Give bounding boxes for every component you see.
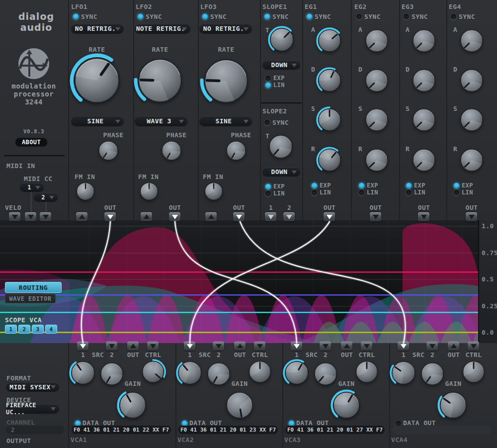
wave-editor-tab[interactable]: WAVE EDITOR — [5, 294, 56, 303]
lfo1-retrig-dropdown[interactable]: NO RETRIG. — [71, 24, 124, 33]
scope-vca-button-1[interactable]: 1 — [5, 325, 17, 334]
lfo3-wave-dropdown[interactable]: SINE — [199, 116, 252, 126]
lfo1-fm-in-jack[interactable] — [76, 212, 87, 221]
eg3-attack-knob[interactable] — [410, 27, 438, 55]
lfo1-phase-knob[interactable] — [96, 139, 120, 163]
scope-vca-button-4[interactable]: 4 — [45, 325, 57, 334]
vca3-in1-jack[interactable] — [291, 342, 302, 351]
slope2-exp-radio[interactable] — [265, 183, 271, 190]
velo-jack[interactable] — [9, 212, 20, 221]
vca2-in1-jack[interactable] — [184, 342, 195, 351]
midi-cc2-dropdown[interactable]: 2 — [34, 193, 58, 201]
midi-cc1-dropdown[interactable]: 1 — [20, 183, 44, 191]
lfo1-sync-radio[interactable] — [73, 13, 79, 20]
eg1-sustain-knob[interactable] — [316, 106, 343, 134]
vca4-ctrl-jack[interactable] — [468, 342, 479, 351]
eg1-decay-knob[interactable] — [316, 67, 343, 94]
lfo3-fm-knob[interactable] — [203, 180, 225, 202]
eg2-release-knob[interactable] — [363, 146, 391, 174]
vca3-gain-knob[interactable] — [330, 389, 363, 422]
slope2-out-jack[interactable] — [283, 212, 295, 221]
routing-tab[interactable]: ROUTING — [5, 282, 62, 293]
vca2-out-jack[interactable] — [234, 342, 246, 351]
about-button[interactable]: ABOUT — [15, 138, 47, 146]
eg1-release-knob[interactable] — [316, 146, 343, 174]
lfo3-fm-in-jack[interactable] — [205, 212, 217, 221]
eg1-out-jack[interactable] — [324, 212, 335, 221]
lfo2-rate-knob[interactable] — [133, 53, 187, 108]
eg3-decay-knob[interactable] — [410, 67, 438, 94]
device-dropdown[interactable]: FIREFACE UC... — [6, 404, 59, 413]
eg4-attack-knob[interactable] — [458, 27, 486, 55]
slope2-time-knob[interactable] — [266, 132, 295, 161]
vca1-in1-jack[interactable] — [77, 342, 88, 351]
lfo1-wave-dropdown[interactable]: SINE — [71, 116, 124, 126]
eg4-lin-radio[interactable] — [453, 189, 460, 196]
eg2-out-jack[interactable] — [370, 212, 381, 221]
eg2-attack-knob[interactable] — [363, 27, 391, 55]
vca4-in1-jack[interactable] — [398, 342, 409, 351]
vca4-gain-knob[interactable] — [437, 389, 470, 422]
lfo2-fm-in-jack[interactable] — [141, 212, 152, 221]
lfo3-rate-knob[interactable] — [199, 54, 253, 108]
eg3-sync-radio[interactable] — [403, 13, 410, 20]
vca4-out-jack[interactable] — [448, 342, 459, 351]
lfo3-phase-knob[interactable] — [224, 139, 248, 163]
slope2-sync-radio[interactable] — [264, 119, 270, 126]
vca2-ctrl-jack[interactable] — [254, 342, 265, 351]
eg4-decay-knob[interactable] — [458, 67, 486, 94]
vca2-gain-knob[interactable] — [223, 389, 256, 422]
eg1-lin-radio[interactable] — [311, 189, 318, 196]
lfo2-phase-knob[interactable] — [160, 139, 183, 163]
eg4-release-knob[interactable] — [458, 146, 486, 174]
eg3-sustain-knob[interactable] — [410, 106, 438, 134]
eg3-lin-radio[interactable] — [406, 189, 412, 196]
lfo2-out-jack[interactable] — [169, 212, 180, 221]
vca3-ctrl-jack[interactable] — [361, 342, 372, 351]
slope1-time-knob[interactable] — [267, 25, 296, 54]
vca1-gain-knob[interactable] — [116, 389, 149, 422]
vca3-out-jack[interactable] — [341, 342, 352, 351]
midi-cc1-jack[interactable] — [25, 212, 36, 221]
vca2-in2-jack[interactable] — [213, 342, 224, 351]
lfo2-retrig-dropdown[interactable]: NOTE RETRIG. — [135, 24, 190, 33]
lfo3-out-jack[interactable] — [233, 212, 245, 221]
slope2-direction-dropdown[interactable]: DOWN — [262, 168, 300, 176]
vca1-ctrl-jack[interactable] — [147, 342, 159, 351]
slope1-exp-radio[interactable] — [265, 75, 271, 82]
lfo2-wave-dropdown[interactable]: WAVE 3 — [135, 116, 187, 126]
vca3-src1-knob[interactable] — [282, 358, 311, 387]
eg1-exp-radio[interactable] — [311, 182, 318, 189]
scope-vca-button-3[interactable]: 3 — [32, 325, 44, 334]
slope1-lin-radio[interactable] — [265, 82, 271, 89]
vca4-src1-knob[interactable] — [389, 358, 418, 387]
lfo1-rate-knob[interactable] — [69, 52, 125, 109]
vca1-in2-jack[interactable] — [106, 342, 117, 351]
lfo2-sync-radio[interactable] — [137, 13, 144, 20]
eg2-decay-knob[interactable] — [363, 67, 391, 94]
eg2-exp-radio[interactable] — [358, 182, 365, 189]
eg2-sustain-knob[interactable] — [363, 106, 391, 134]
eg4-sustain-knob[interactable] — [458, 106, 486, 134]
eg1-sync-radio[interactable] — [306, 13, 313, 20]
eg4-sync-radio[interactable] — [450, 13, 457, 20]
vca2-src1-knob[interactable] — [175, 358, 204, 387]
slope1-direction-dropdown[interactable]: DOWN — [262, 61, 300, 69]
vca3-in2-jack[interactable] — [320, 342, 331, 351]
lfo1-out-jack[interactable] — [104, 212, 116, 221]
eg2-sync-radio[interactable] — [356, 13, 362, 20]
midi-cc2-jack[interactable] — [40, 212, 51, 221]
eg3-exp-radio[interactable] — [406, 182, 412, 189]
slope1-sync-radio[interactable] — [264, 13, 270, 20]
lfo1-fm-knob[interactable] — [75, 180, 96, 202]
eg4-exp-radio[interactable] — [453, 182, 460, 189]
slope1-out-jack[interactable] — [265, 212, 276, 221]
vca1-src1-knob[interactable] — [69, 358, 97, 387]
eg3-out-jack[interactable] — [418, 212, 429, 221]
slope2-lin-radio[interactable] — [265, 190, 271, 197]
scope-vca-button-2[interactable]: 2 — [18, 325, 30, 334]
eg2-lin-radio[interactable] — [358, 189, 365, 196]
lfo3-sync-radio[interactable] — [202, 13, 208, 20]
lfo2-fm-knob[interactable] — [138, 180, 160, 202]
format-dropdown[interactable]: MIDI SYSEX — [6, 382, 59, 391]
